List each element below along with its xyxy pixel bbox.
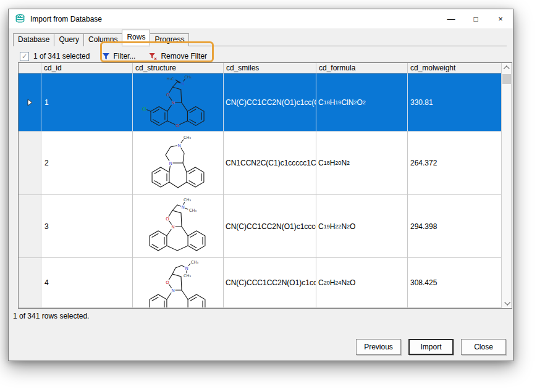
svg-text:O: O: [166, 217, 169, 222]
column-header-cd-id[interactable]: cd_id: [41, 63, 133, 73]
svg-text:N: N: [171, 288, 174, 293]
svg-text:O: O: [175, 123, 179, 128]
svg-text:N: N: [177, 143, 180, 148]
cell-cd-formula: C19H22N2O: [316, 195, 408, 258]
svg-text:x: x: [154, 56, 158, 60]
cell-cd-smiles: CN1CCN2C(C1)c1ccccc1Cc…: [224, 131, 316, 195]
svg-text:Cl: Cl: [142, 107, 146, 112]
cell-cd-structure: O N O N CH₃ H₃C Cl: [133, 73, 224, 131]
svg-text:CH₃: CH₃: [184, 198, 191, 202]
tab-strip: Database Query Columns Rows Progress: [13, 33, 507, 46]
cell-cd-molweight: 294.398: [408, 195, 502, 258]
tab-columns[interactable]: Columns: [83, 33, 122, 46]
cell-cd-structure: N O N CH₃ CH₃: [133, 258, 224, 308]
tab-database[interactable]: Database: [13, 33, 54, 46]
window-controls: — □ ×: [439, 9, 513, 28]
table-row-1[interactable]: 1 O N: [19, 73, 502, 131]
cell-cd-id: 3: [41, 195, 133, 258]
svg-text:N: N: [171, 225, 174, 230]
table-header-row: cd_id cd_structure cd_smiles cd_formula …: [19, 63, 502, 73]
svg-text:N: N: [185, 266, 188, 271]
cell-cd-smiles: CN(C)CC1CC2N(O1)c1cccc…: [224, 195, 316, 258]
chevron-up-icon: [503, 65, 509, 72]
cell-cd-structure: N O N CH₃ CH₃: [133, 195, 224, 258]
row-gutter: [19, 258, 41, 308]
cell-cd-structure: N N CH₃: [133, 131, 224, 195]
svg-text:CH₃: CH₃: [184, 273, 191, 278]
previous-button[interactable]: Previous: [356, 339, 401, 355]
cell-cd-formula: C20H24N2O: [316, 258, 408, 308]
filter-button-label: Filter...: [113, 52, 135, 60]
footer-button-bar: Previous Import Close: [356, 339, 506, 355]
dialog-title: Import from Database: [30, 15, 102, 23]
right-triangle-row-marker: [27, 99, 33, 106]
row-gutter: [19, 195, 41, 258]
selection-count-label: 1 of 341 selected: [33, 52, 90, 60]
svg-text:CH₃: CH₃: [189, 208, 196, 213]
tab-progress[interactable]: Progress: [150, 33, 189, 46]
chevron-down-icon: [504, 299, 510, 306]
close-button[interactable]: ×: [488, 9, 513, 28]
svg-text:O: O: [166, 93, 169, 98]
import-from-database-dialog: Import from Database — □ × Database Quer…: [8, 9, 513, 361]
cell-cd-id: 1: [41, 73, 133, 131]
molecule-structure: O N O N CH₃ H₃C Cl: [135, 74, 221, 131]
svg-text:CH₃: CH₃: [191, 260, 198, 265]
cell-cd-formula: C18H20N2: [316, 131, 408, 195]
cell-cd-molweight: 308.425: [408, 258, 502, 308]
table-row-3[interactable]: 3 N O N: [19, 195, 502, 258]
remove-filter-button[interactable]: x Remove Filter: [145, 50, 211, 62]
minimize-button[interactable]: —: [439, 9, 463, 28]
column-header-cd-molweight[interactable]: cd_molweight: [408, 63, 502, 73]
filter-button[interactable]: Filter...: [98, 50, 139, 62]
cell-cd-smiles: CN(C)CC1CC2N(O1)c1cc(C…: [224, 73, 316, 131]
tab-rows[interactable]: Rows: [122, 30, 150, 46]
tab-query[interactable]: Query: [54, 33, 84, 46]
scrollbar-up-button[interactable]: [502, 63, 512, 73]
remove-filter-button-label: Remove Filter: [161, 52, 207, 60]
cell-cd-molweight: 264.372: [408, 131, 502, 195]
molecule-structure: N N CH₃: [135, 132, 221, 194]
vertical-scrollbar[interactable]: [501, 63, 512, 308]
maximize-button[interactable]: □: [463, 9, 488, 28]
funnel-x-icon: x: [149, 52, 158, 60]
row-gutter: [19, 73, 41, 131]
results-table: cd_id cd_structure cd_smiles cd_formula …: [18, 62, 512, 309]
screen: Import from Database — □ × Database Quer…: [0, 0, 545, 392]
svg-text:O: O: [166, 280, 169, 285]
svg-text:CH₃: CH₃: [184, 135, 191, 140]
column-header-cd-formula[interactable]: cd_formula: [316, 63, 408, 73]
table-row-2[interactable]: 2 N N CH₃: [19, 131, 502, 195]
app-database-wave-icon: [15, 14, 25, 24]
svg-text:N: N: [172, 100, 175, 105]
header-gutter: [19, 63, 41, 73]
import-button[interactable]: Import: [408, 339, 454, 355]
status-bar-text: 1 of 341 rows selected.: [13, 312, 89, 320]
selection-checkbox[interactable]: ✓: [20, 52, 29, 61]
molecule-structure: N O N CH₃ CH₃: [135, 196, 221, 257]
cell-cd-molweight: 330.81: [408, 73, 502, 131]
scrollbar-down-button[interactable]: [502, 298, 512, 308]
cell-cd-smiles: CN(C)CCC1CC2N(O1)c1cc…: [224, 258, 316, 308]
svg-text:N: N: [181, 205, 184, 210]
svg-text:H₃C: H₃C: [167, 76, 174, 80]
table-row-4[interactable]: 4 N O N: [19, 258, 502, 308]
title-bar: Import from Database — □ ×: [9, 9, 513, 28]
scrollbar-thumb[interactable]: [502, 74, 511, 84]
molecule-structure: N O N CH₃ CH₃: [135, 259, 221, 308]
cell-cd-formula: C18H19ClN2O2: [316, 73, 408, 131]
funnel-icon: [102, 52, 110, 60]
column-header-cd-structure[interactable]: cd_structure: [133, 63, 224, 73]
column-header-cd-smiles[interactable]: cd_smiles: [224, 63, 316, 73]
svg-text:CH₃: CH₃: [185, 74, 192, 78]
row-gutter: [19, 131, 41, 195]
svg-text:N: N: [181, 81, 184, 86]
cell-cd-id: 2: [41, 131, 133, 195]
cell-cd-id: 4: [41, 258, 133, 308]
close-dialog-button[interactable]: Close: [461, 339, 506, 355]
svg-text:N: N: [169, 161, 172, 166]
